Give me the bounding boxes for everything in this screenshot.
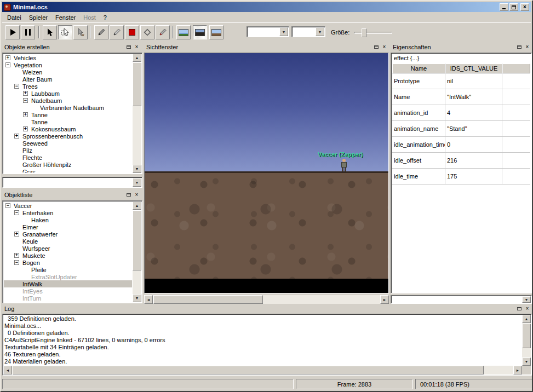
clonk-character[interactable] [340,159,348,171]
dropdown-button[interactable]: ▼ [133,178,141,187]
column-header-name[interactable]: Name [392,64,445,73]
scroll-left-button[interactable]: ◄ [3,366,12,374]
tree-toggle-icon[interactable]: − [23,98,28,103]
scroll-thumb[interactable] [522,324,531,348]
tree-item[interactable]: +Tanne [4,111,132,118]
horizontal-scrollbar[interactable]: ◄ ► [3,366,522,374]
tree-toggle-icon[interactable]: − [14,210,19,215]
scroll-up-button[interactable]: ▲ [133,201,141,210]
size-slider-thumb[interactable] [362,28,366,37]
scroll-thumb[interactable] [133,62,141,106]
scroll-tool-button[interactable] [73,25,88,39]
tree-item[interactable]: Tanne [4,118,132,125]
float-panel-button[interactable] [515,305,523,312]
scroll-thumb[interactable] [133,210,141,270]
tree-item[interactable]: Verbrannter Nadelbaum [4,104,132,111]
column-header-value[interactable]: IDS_CTL_VALUE [445,64,502,73]
minimize-button[interactable] [500,3,508,11]
property-value[interactable]: "Stand" [445,121,502,136]
play-button[interactable] [5,25,20,39]
close-panel-button[interactable]: × [381,44,388,50]
tree-item[interactable]: +Vehicles [4,54,132,61]
texture-select[interactable]: ▼ [291,26,325,37]
tree-item[interactable]: −Vaccer [4,202,132,209]
close-panel-button[interactable]: × [133,192,140,198]
float-panel-button[interactable] [372,44,380,50]
property-value[interactable]: "IntWalk" [445,89,502,105]
scroll-right-button[interactable]: ► [513,366,522,374]
vertical-scrollbar[interactable]: ▲ ▼ [133,201,141,302]
tree-item[interactable]: Gras [4,168,132,172]
landscape-mode-1-button[interactable] [176,25,191,39]
property-value[interactable]: 4 [445,105,502,120]
close-button[interactable]: × [520,3,529,11]
landscape-mode-2-button[interactable] [193,25,207,39]
pen-tool-button[interactable] [110,25,124,39]
game-viewport[interactable]: Vaccer (Zapper) [144,53,389,293]
tree-toggle-icon[interactable]: + [23,91,28,96]
object-list-tree[interactable]: −Vaccer −Enterhaken Haken Eimer +Granatw… [2,200,142,303]
effect-header[interactable]: effect {...} [392,55,530,63]
landscape-mode-3-button[interactable] [209,25,223,39]
tree-item[interactable]: Pfeile [4,266,132,273]
tree-item-selected[interactable]: IntWalk [4,280,132,287]
scroll-up-button[interactable]: ▲ [133,54,141,62]
size-slider[interactable] [354,28,392,37]
tree-item[interactable]: Weizen [4,68,132,76]
dropdown-button[interactable]: ▼ [522,296,531,303]
scroll-right-button[interactable]: ► [380,295,389,304]
tree-item[interactable]: Seeweed [4,140,132,147]
vertical-scrollbar[interactable]: ▲ ▼ [522,315,531,366]
tree-toggle-icon[interactable]: + [14,253,19,258]
tree-toggle-icon[interactable]: + [23,112,28,117]
scroll-up-button[interactable]: ▲ [522,315,531,323]
fill-tool-button[interactable] [125,25,139,39]
create-objects-tree[interactable]: +Vehicles −Vegetation Weizen Alter Baum … [2,53,142,174]
tree-item[interactable]: ExtraSlotUpdater [4,273,132,280]
close-panel-button[interactable]: × [133,44,140,50]
scroll-down-button[interactable]: ▼ [133,165,141,173]
tree-item[interactable]: +Kokosnussbaum [4,125,132,132]
tree-item[interactable]: IntEyes [4,287,132,295]
tree-item[interactable]: −Bogen [4,259,132,266]
tree-toggle-icon[interactable]: + [14,232,19,237]
tree-toggle-icon[interactable]: + [23,126,28,131]
menu-datei[interactable]: Datei [3,13,25,22]
tree-toggle-icon[interactable]: − [14,84,19,89]
tree-item[interactable]: −Vegetation [4,61,132,68]
float-panel-button[interactable] [125,192,132,198]
scroll-down-button[interactable]: ▼ [522,358,531,366]
tree-item[interactable]: +Laubbaum [4,90,132,97]
tree-item[interactable]: −Trees [4,83,132,90]
brush-tool-button[interactable] [94,25,108,39]
tree-item[interactable]: −Nadelbaum [4,97,132,104]
log-output[interactable]: 359 Definitionen geladen. Minimal.ocs...… [2,314,532,376]
float-panel-button[interactable] [125,44,132,50]
maximize-button[interactable] [509,3,518,11]
tree-toggle-icon[interactable]: + [5,55,10,60]
tree-item[interactable]: Eimer [4,223,132,230]
scroll-left-button[interactable]: ◄ [144,295,153,304]
properties-object-select[interactable]: ▼ [391,295,532,304]
pause-button[interactable] [21,25,35,39]
property-value[interactable]: 0 [445,137,502,152]
menu-help[interactable]: ? [100,13,111,22]
tree-toggle-icon[interactable]: − [14,260,19,265]
dropdown-button[interactable]: ▼ [279,27,288,36]
tree-item[interactable]: Keule [4,238,132,245]
tree-toggle-icon[interactable]: + [14,134,19,139]
object-filter-select[interactable]: ▼ [2,177,142,188]
title-bar[interactable]: Minimal.ocs × [2,2,531,12]
tree-item[interactable]: −Enterhaken [4,209,132,216]
tree-item[interactable]: Großer Höhlenpilz [4,161,132,168]
tree-item[interactable]: Alter Baum [4,76,132,83]
property-value[interactable]: nil [445,73,502,89]
tree-item[interactable]: Wurfspeer [4,245,132,252]
frame-select-tool-button[interactable] [58,25,72,39]
close-panel-button[interactable]: × [524,305,531,312]
viewport-horizontal-scrollbar[interactable]: ◄ ► [144,295,389,304]
vertical-scrollbar[interactable]: ▲ ▼ [133,54,141,173]
tree-item[interactable]: +Muskete [4,252,132,259]
scroll-down-button[interactable]: ▼ [133,294,141,302]
tree-toggle-icon[interactable]: − [5,203,10,208]
